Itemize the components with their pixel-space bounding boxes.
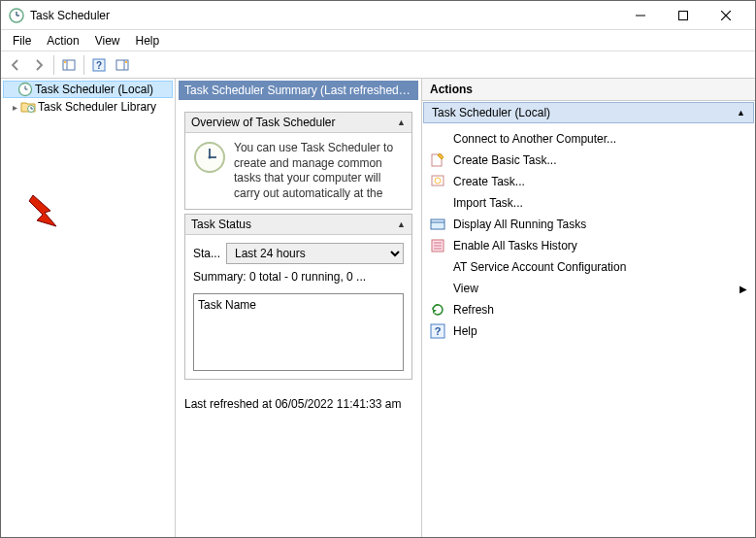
action-label: View xyxy=(453,282,478,295)
running-tasks-icon xyxy=(430,217,445,232)
task-icon xyxy=(430,174,445,189)
svg-rect-14 xyxy=(125,61,127,63)
forward-button[interactable] xyxy=(28,54,49,76)
overview-header[interactable]: Overview of Task Scheduler ▲ xyxy=(185,113,411,133)
blank-icon xyxy=(430,259,445,275)
action-label: Enable All Tasks History xyxy=(453,239,577,252)
tree-root-label: Task Scheduler (Local) xyxy=(35,83,153,96)
window-title: Task Scheduler xyxy=(30,9,619,22)
refresh-icon xyxy=(430,302,445,318)
chevron-up-icon: ▲ xyxy=(397,219,406,229)
task-name-column-header: Task Name xyxy=(198,298,256,312)
actions-subheader-label: Task Scheduler (Local) xyxy=(432,106,550,119)
toolbar-separator xyxy=(53,55,54,75)
tree-library-node[interactable]: ▸ Task Scheduler Library xyxy=(3,98,173,116)
tree-pane: Task Scheduler (Local) ▸ Task Scheduler … xyxy=(1,79,176,537)
action-label: Create Basic Task... xyxy=(453,153,557,167)
blank-icon xyxy=(430,281,445,296)
overview-title: Overview of Task Scheduler xyxy=(191,116,336,129)
status-period-select[interactable]: Last 24 hours xyxy=(226,243,404,264)
tree-root-node[interactable]: Task Scheduler (Local) xyxy=(3,81,173,98)
action-label: Display All Running Tasks xyxy=(453,218,586,231)
action-label: Help xyxy=(453,324,477,338)
help-icon: ? xyxy=(430,323,445,339)
svg-rect-29 xyxy=(431,219,444,229)
tree-library-label: Task Scheduler Library xyxy=(38,100,156,114)
menu-help[interactable]: Help xyxy=(128,32,168,50)
action-at-service[interactable]: AT Service Account Configuration xyxy=(424,256,753,278)
chevron-up-icon: ▲ xyxy=(397,118,406,127)
folder-clock-icon xyxy=(20,99,36,115)
status-label: Sta... xyxy=(193,247,220,260)
actions-subheader[interactable]: Task Scheduler (Local) ▲ xyxy=(423,102,754,123)
actions-header: Actions xyxy=(422,79,755,101)
action-refresh[interactable]: Refresh xyxy=(424,299,753,320)
action-create-task[interactable]: Create Task... xyxy=(424,171,753,192)
help-button[interactable]: ? xyxy=(88,54,110,76)
task-status-title: Task Status xyxy=(191,218,251,231)
task-name-list[interactable]: Task Name xyxy=(193,293,404,371)
menubar: File Action View Help xyxy=(1,30,755,51)
action-label: Connect to Another Computer... xyxy=(453,132,616,146)
svg-text:?: ? xyxy=(96,60,102,71)
blank-icon xyxy=(430,131,445,147)
status-summary: Summary: 0 total - 0 running, 0 ... xyxy=(193,270,404,284)
action-display-running[interactable]: Display All Running Tasks xyxy=(424,214,753,235)
action-help[interactable]: ? Help xyxy=(424,320,753,342)
clock-icon xyxy=(17,82,33,97)
clock-icon xyxy=(193,141,226,174)
task-status-group: Task Status ▲ Sta... Last 24 hours Summa… xyxy=(184,214,412,380)
task-status-header[interactable]: Task Status ▲ xyxy=(185,215,411,235)
summary-header: Task Scheduler Summary (Last refreshed: … xyxy=(179,81,418,100)
clock-icon xyxy=(9,8,24,23)
chevron-right-icon[interactable]: ▸ xyxy=(9,102,20,113)
minimize-button[interactable] xyxy=(619,2,662,29)
overview-group: Overview of Task Scheduler ▲ You can use… xyxy=(184,112,412,210)
svg-text:?: ? xyxy=(435,325,442,337)
chevron-up-icon: ▲ xyxy=(737,108,745,118)
action-view[interactable]: View ▶ xyxy=(424,278,753,299)
back-button[interactable] xyxy=(5,54,26,76)
content-area: Task Scheduler (Local) ▸ Task Scheduler … xyxy=(1,79,755,537)
titlebar: Task Scheduler xyxy=(1,1,755,30)
chevron-right-icon: ▶ xyxy=(740,284,747,294)
annotation-arrow-icon xyxy=(27,191,70,230)
action-connect[interactable]: Connect to Another Computer... xyxy=(424,128,753,150)
action-label: Refresh xyxy=(453,303,494,317)
blank-icon xyxy=(430,195,445,211)
svg-rect-4 xyxy=(679,11,688,19)
last-refreshed-text: Last refreshed at 06/05/2022 11:41:33 am xyxy=(179,389,418,419)
actions-list: Connect to Another Computer... Create Ba… xyxy=(422,124,755,346)
show-hide-action-pane-button[interactable] xyxy=(112,54,133,76)
wizard-icon xyxy=(430,152,445,168)
history-icon xyxy=(430,238,445,253)
menu-file[interactable]: File xyxy=(5,32,39,50)
action-label: AT Service Account Configuration xyxy=(453,260,626,274)
menu-action[interactable]: Action xyxy=(39,32,86,50)
actions-pane: Actions Task Scheduler (Local) ▲ Connect… xyxy=(422,79,755,537)
menu-view[interactable]: View xyxy=(87,32,128,50)
toolbar-separator xyxy=(83,55,84,75)
summary-pane: Task Scheduler Summary (Last refreshed: … xyxy=(176,79,422,537)
show-hide-tree-button[interactable] xyxy=(58,54,80,76)
close-button[interactable] xyxy=(705,2,747,29)
action-label: Create Task... xyxy=(453,175,525,188)
action-create-basic-task[interactable]: Create Basic Task... xyxy=(424,150,753,171)
toolbar: ? xyxy=(1,51,755,79)
action-import-task[interactable]: Import Task... xyxy=(424,192,753,214)
maximize-button[interactable] xyxy=(662,2,705,29)
overview-text: You can use Task Scheduler to create and… xyxy=(234,141,404,201)
action-label: Import Task... xyxy=(453,196,523,210)
svg-rect-9 xyxy=(64,61,66,63)
action-enable-history[interactable]: Enable All Tasks History xyxy=(424,235,753,256)
